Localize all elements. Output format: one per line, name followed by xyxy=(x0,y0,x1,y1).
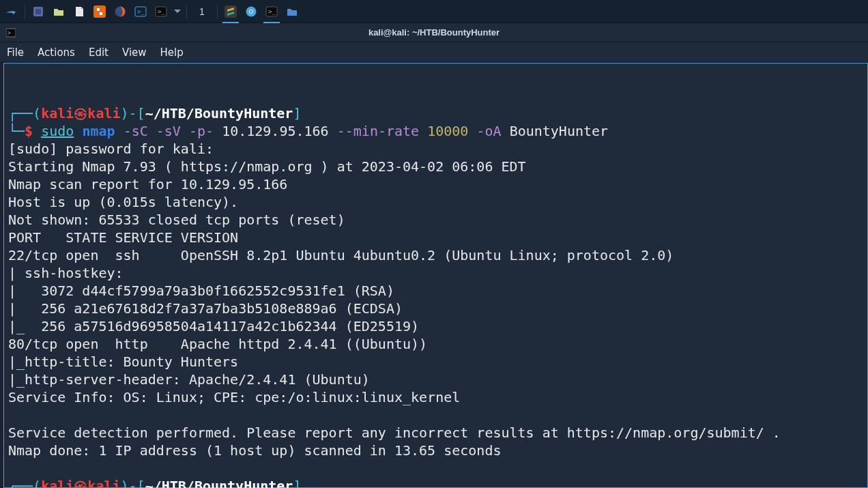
window-menubar: File Actions Edit View Help xyxy=(0,42,868,63)
output-line: Nmap done: 1 IP address (1 host up) scan… xyxy=(8,442,501,459)
menu-edit[interactable]: Edit xyxy=(89,46,108,59)
menu-file[interactable]: File xyxy=(7,46,24,59)
output-line: PORT STATE SERVICE VERSION xyxy=(8,229,238,246)
kali-menu-icon[interactable] xyxy=(1,1,22,22)
system-taskbar: >_ >_ 1 >_ xyxy=(0,0,868,23)
activity-icon[interactable] xyxy=(28,1,48,22)
qterminal-icon[interactable]: >_ xyxy=(151,1,171,22)
menu-actions[interactable]: Actions xyxy=(38,46,75,59)
output-line: Service detection performed. Please repo… xyxy=(8,425,781,441)
terminal-icon[interactable]: >_ xyxy=(130,1,151,22)
output-line: |_ 256 a57516d96958504a14117a42c1b62344 … xyxy=(8,318,419,334)
terminal-content: ┌──(kali㉿kali)-[~/HTB/BountyHunter] └─$ … xyxy=(8,87,863,488)
sublime-icon[interactable] xyxy=(220,1,241,22)
taskbar-divider xyxy=(186,4,187,19)
window-titlebar[interactable]: > kali@kali: ~/HTB/BountyHunter xyxy=(0,23,868,42)
output-line: | ssh-hostkey: xyxy=(8,265,132,281)
window-title: kali@kali: ~/HTB/BountyHunter xyxy=(0,27,868,38)
svg-text:>_: >_ xyxy=(158,8,165,15)
output-line: 22/tcp open ssh OpenSSH 8.2p1 Ubuntu 4ub… xyxy=(8,247,674,263)
dropdown-icon[interactable] xyxy=(171,1,184,22)
firefox-icon[interactable] xyxy=(110,1,130,22)
output-line: Nmap scan report for 10.129.95.166 xyxy=(8,176,287,192)
menu-help[interactable]: Help xyxy=(160,46,184,59)
chromium-icon[interactable] xyxy=(241,1,261,22)
output-line: Host is up (0.015s latency). xyxy=(8,194,238,210)
terminal-viewport[interactable]: ┌──(kali㉿kali)-[~/HTB/BountyHunter] └─$ … xyxy=(3,63,868,488)
output-line: | 256 a21e67618d2f7a37a7ba3b5108e889a6 (… xyxy=(8,300,403,317)
svg-rect-2 xyxy=(93,5,106,18)
burpsuite-icon[interactable] xyxy=(89,1,110,22)
svg-text:>_: >_ xyxy=(268,8,276,15)
output-line: Starting Nmap 7.93 ( https://nmap.org ) … xyxy=(8,158,526,175)
taskbar-divider xyxy=(217,4,218,19)
menu-view[interactable]: View xyxy=(122,46,147,59)
output-line: |_http-title: Bounty Hunters xyxy=(8,354,238,370)
editor-icon[interactable] xyxy=(69,1,89,22)
svg-text:>_: >_ xyxy=(137,8,145,15)
output-line: Not shown: 65533 closed tcp ports (reset… xyxy=(8,212,345,228)
svg-rect-1 xyxy=(35,9,41,14)
output-line: [sudo] password for kali: xyxy=(8,141,222,157)
output-line: | 3072 d44cf5799a79a3b0f1662552c9531fe1 … xyxy=(8,283,394,299)
svg-rect-8 xyxy=(225,5,237,18)
svg-text:>: > xyxy=(8,30,11,36)
svg-point-11 xyxy=(250,10,253,13)
folder-icon[interactable] xyxy=(282,1,302,22)
output-line: Service Info: OS: Linux; CPE: cpe:/o:lin… xyxy=(8,389,460,405)
output-line: 80/tcp open http Apache httpd 2.4.41 ((U… xyxy=(8,336,427,352)
output-line: |_http-server-header: Apache/2.4.41 (Ubu… xyxy=(8,371,370,388)
files-icon[interactable] xyxy=(48,1,69,22)
taskbar-divider xyxy=(25,4,25,19)
window-app-icon: > xyxy=(4,26,18,40)
workspace-indicator[interactable]: 1 xyxy=(190,6,214,17)
terminal2-icon[interactable]: >_ xyxy=(261,1,282,22)
